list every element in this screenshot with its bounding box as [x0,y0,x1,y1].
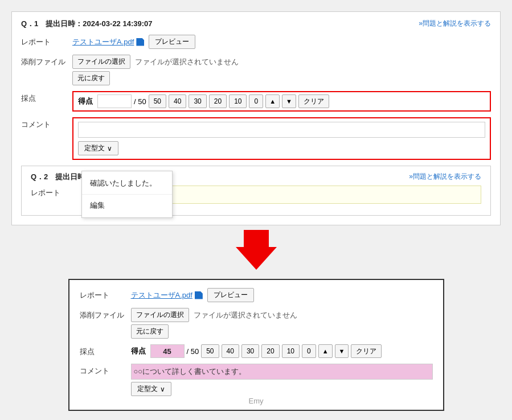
bp-score-content: 得点 / 50 50 40 30 20 10 0 ▲ ▼ クリア [131,344,433,358]
arrow-up-btn[interactable]: ▲ [265,94,280,108]
report-label: レポート [21,35,72,47]
bp-report-label: レポート [80,288,131,300]
bp-teikei-label: 定型文 [137,384,158,394]
clear-btn[interactable]: クリア [298,94,329,108]
score-40-btn[interactable]: 40 [169,94,186,108]
bp-file-select-row: ファイルの選択 ファイルが選択されていません [131,308,433,322]
bp-score-50-btn[interactable]: 50 [201,344,219,358]
bp-clear-btn[interactable]: クリア [351,344,382,358]
score-input[interactable] [97,94,132,108]
dropdown-divider [82,194,172,195]
report-content: テストユーザA.pdf プレビュー [72,35,491,49]
bp-file-select-button[interactable]: ファイルの選択 [131,308,189,322]
bp-no-file-text: ファイルが選択されていません [194,310,297,320]
q2-show-link[interactable]: »問題と解説を表示する [409,172,481,182]
bp-score-section: 得点 / 50 50 40 30 20 10 0 ▲ ▼ クリア [131,344,433,358]
score-content: 得点 / 50 50 40 30 20 10 0 ▲ ▼ クリア [72,91,491,112]
bp-score-20-btn[interactable]: 20 [261,344,279,358]
report-row: レポート テストユーザA.pdf プレビュー [21,35,491,49]
bp-attachment-label: 添削ファイル [80,308,131,320]
chevron-down-icon: ∨ [107,145,112,153]
score-20-btn[interactable]: 20 [209,94,227,108]
comment-label: コメント [21,117,72,130]
bp-report-content: テストユーザA.pdf プレビュー [131,288,433,302]
score-30-btn[interactable]: 30 [189,94,206,108]
back-button[interactable]: 元に戻す [72,71,110,85]
teikei-button[interactable]: 定型文 ∨ [78,141,118,155]
bp-score-row: 採点 得点 / 50 50 40 30 20 10 0 ▲ ▼ クリア [80,344,433,358]
bp-score-0-btn[interactable]: 0 [302,344,316,358]
bp-score-label: 採点 [80,344,131,357]
score-10-btn[interactable]: 10 [229,94,247,108]
bp-report-row: レポート テストユーザA.pdf プレビュー [80,288,433,302]
bp-chevron-down-icon: ∨ [160,385,165,393]
bp-report-file-row: テストユーザA.pdf プレビュー [131,288,433,302]
bp-teikei-button[interactable]: 定型文 ∨ [131,382,171,396]
bp-score-30-btn[interactable]: 30 [241,344,259,358]
score-50-btn[interactable]: 50 [149,94,166,108]
attachment-row: 添削ファイル ファイルの選択 ファイルが選択されていません 元に戻す [21,55,491,85]
bp-score-40-btn[interactable]: 40 [222,344,239,358]
bp-file-icon [195,291,203,299]
report-file-link[interactable]: テストユーザA.pdf [72,37,144,47]
bp-comment-label: コメント [80,364,131,376]
report-filename: テストユーザA.pdf [72,37,134,47]
file-icon [136,38,144,46]
bp-arrow-up-btn[interactable]: ▲ [318,344,333,358]
bp-score-total: / 50 [187,347,199,356]
comment-box: 定型文 ∨ 確認いたしました。 編集 [72,117,491,160]
comment-input[interactable] [78,122,485,138]
score-bold-label: 得点 [78,96,93,106]
bp-score-bold-label: 得点 [131,346,146,356]
teikei-label: 定型文 [84,143,105,153]
bp-score-input[interactable] [150,344,185,358]
dropdown-menu: 確認いたしました。 編集 [81,171,173,218]
bp-back-button[interactable]: 元に戻す [131,324,169,339]
no-file-text: ファイルが選択されていません [135,57,239,67]
arrow-down-btn[interactable]: ▼ [282,94,296,108]
main-container: Q．1 提出日時：2024-03-22 14:39:07 »問題と解説を表示する… [11,11,501,411]
show-problem-link[interactable]: »問題と解説を表示する [419,19,491,28]
arrow-head [236,247,277,270]
bp-comment-row: コメント 定型文 ∨ [80,364,433,396]
bottom-panel: レポート テストユーザA.pdf プレビュー 添削ファイル ファイルの選択 ファ… [68,279,444,411]
file-select-row: ファイルの選択 ファイルが選択されていません [72,55,491,69]
comment-content: 定型文 ∨ 確認いたしました。 編集 [72,117,491,160]
report-file-row: テストユーザA.pdf プレビュー [72,35,491,49]
score-row: 採点 得点 / 50 50 40 30 20 10 0 ▲ ▼ クリア [21,91,491,112]
bp-comment-content: 定型文 ∨ [131,364,433,396]
emy-label: Emy [249,397,264,405]
preview-button[interactable]: プレビュー [149,35,195,49]
attachment-label: 添削ファイル [21,55,72,67]
score-0-btn[interactable]: 0 [249,94,263,108]
bp-arrow-down-btn[interactable]: ▼ [335,344,349,358]
q2-report-label: レポート [31,186,82,198]
score-total: / 50 [134,97,146,106]
arrow-section [236,234,277,270]
bp-report-file-link[interactable]: テストユーザA.pdf [131,290,203,300]
bp-report-filename: テストユーザA.pdf [131,290,192,300]
score-box: 得点 / 50 50 40 30 20 10 0 ▲ ▼ クリア [72,91,491,112]
comment-row: コメント 定型文 ∨ 確認いたしました。 編集 [21,117,491,160]
bp-attachment-row: 添削ファイル ファイルの選択 ファイルが選択されていません 元に戻す [80,308,433,339]
file-select-button[interactable]: ファイルの選択 [72,55,130,69]
dropdown-item-edit[interactable]: 編集 [82,197,172,214]
dropdown-item-confirm[interactable]: 確認いたしました。 [82,175,172,192]
bp-score-10-btn[interactable]: 10 [282,344,300,358]
bp-preview-button[interactable]: プレビュー [207,288,254,302]
attachment-content: ファイルの選択 ファイルが選択されていません 元に戻す [72,55,491,85]
bp-attachment-content: ファイルの選択 ファイルが選択されていません 元に戻す [131,308,433,339]
top-panel: Q．1 提出日時：2024-03-22 14:39:07 »問題と解説を表示する… [11,11,501,225]
bp-comment-input[interactable] [131,364,433,380]
score-label: 採点 [21,91,72,104]
